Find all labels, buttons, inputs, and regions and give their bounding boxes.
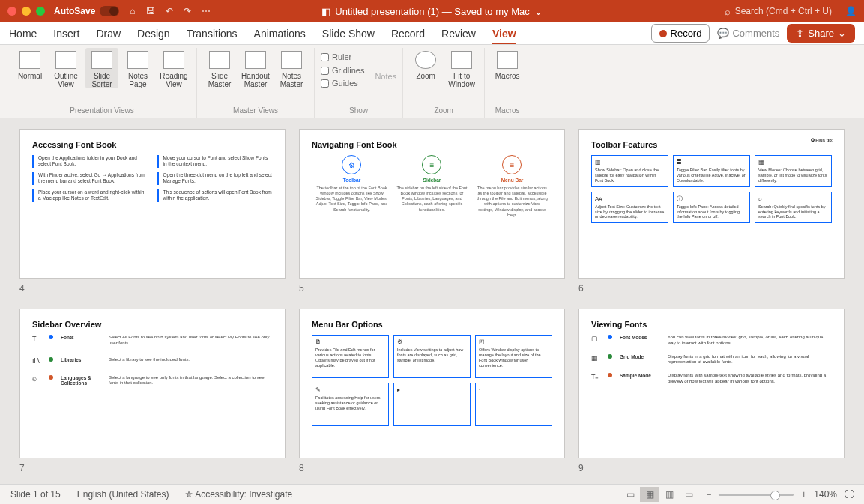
- list-item: Open the three-dot menu on the top left …: [157, 172, 274, 185]
- zoom-button[interactable]: Zoom: [409, 48, 442, 80]
- feature-icon: ▥: [595, 159, 665, 166]
- save-icon[interactable]: 🖫: [146, 6, 155, 16]
- notes-master-button[interactable]: Notes Master: [275, 48, 308, 88]
- viewing-row: T₌Sample ModeDisplay fonts with sample t…: [591, 373, 832, 385]
- macros-button[interactable]: Macros: [491, 48, 524, 80]
- list-item: Open the Applications folder in your Doc…: [32, 155, 148, 168]
- row-text: Display fonts in a grid format with an i…: [668, 354, 832, 366]
- row-icon: T: [32, 335, 41, 342]
- close-window[interactable]: [7, 7, 16, 16]
- tab-insert[interactable]: Insert: [53, 28, 79, 40]
- search-field[interactable]: ⌕ Search (Cmd + Ctrl + U): [725, 6, 832, 17]
- row-text: Select All Fonts to see both system and …: [109, 335, 273, 347]
- slide-thumb-5[interactable]: Navigating Font Book ⚙ToolbarThe toolbar…: [299, 129, 565, 294]
- ruler-checkbox[interactable]: Ruler: [321, 51, 364, 64]
- feature-icon: ≣: [677, 159, 746, 166]
- list-item: Place your cursor on a word and right-cl…: [32, 189, 148, 202]
- comment-icon: 💬: [717, 28, 729, 39]
- tab-animations[interactable]: Animations: [254, 28, 306, 40]
- row-icon: ▢: [591, 335, 600, 342]
- row-text: You can view fonts in three modes: grid,…: [668, 335, 832, 347]
- account-icon[interactable]: 👤: [845, 6, 857, 16]
- more-icon[interactable]: ⋯: [202, 6, 211, 16]
- group-label: Show: [349, 104, 368, 118]
- fit-to-window-icon[interactable]: ⛶: [845, 489, 854, 500]
- row-icon: ▦: [591, 354, 600, 362]
- tab-view[interactable]: View: [492, 28, 516, 44]
- accessibility-status[interactable]: ✮ Accessibility: Investigate: [185, 489, 292, 500]
- slide-sorter-button[interactable]: Slide Sorter: [85, 48, 118, 88]
- handout-master-button[interactable]: Handout Master: [239, 48, 272, 88]
- cell-icon: ◰: [479, 338, 549, 346]
- outline-view-button[interactable]: Outline View: [49, 48, 82, 88]
- tab-transitions[interactable]: Transitions: [187, 28, 238, 40]
- chevron-down-icon[interactable]: ⌄: [534, 6, 543, 17]
- slide-thumb-9[interactable]: Viewing Fonts ▢Font ModesYou can view fo…: [578, 309, 845, 473]
- share-button[interactable]: ⇪Share⌄: [787, 24, 855, 43]
- slide-thumb-6[interactable]: ✪ Plus tip: Toolbar Features ▥Show Sideb…: [578, 129, 845, 294]
- slide-number: 4: [19, 283, 286, 294]
- slide-thumb-4[interactable]: Accessing Font Book Open the Application…: [19, 129, 286, 294]
- tab-slide-show[interactable]: Slide Show: [322, 28, 375, 40]
- normal-view-button[interactable]: Normal: [13, 48, 46, 80]
- maximize-window[interactable]: [36, 7, 45, 16]
- doc-title-text: Untitled presentation (1) — Saved to my …: [335, 6, 529, 17]
- sorter-view-icon[interactable]: ▦: [640, 487, 659, 502]
- slide-thumb-7[interactable]: Sidebar Overview TFontsSelect All Fonts …: [19, 309, 286, 473]
- group-macros: Macros Macros: [485, 48, 530, 118]
- share-icon: ⇪: [796, 28, 804, 39]
- record-button[interactable]: Record: [651, 24, 710, 43]
- slide-title: Viewing Fonts: [591, 320, 832, 329]
- color-dot-icon: [49, 375, 53, 380]
- normal-view-icon[interactable]: ▭: [620, 487, 640, 502]
- comments-button[interactable]: 💬Comments: [717, 28, 779, 39]
- slide-number: 7: [19, 463, 286, 473]
- slide-thumb-8[interactable]: Menu Bar Options 🗎Provides File and Edit…: [299, 309, 565, 473]
- group-label: Master Views: [233, 104, 278, 118]
- document-title[interactable]: ◧ Untitled presentation (1) — Saved to m…: [321, 6, 542, 17]
- language[interactable]: English (United States): [77, 489, 169, 500]
- zoom-percent[interactable]: 140%: [814, 489, 837, 500]
- notes-button[interactable]: Notes: [375, 72, 396, 81]
- quick-access: ⌂ 🖫 ↶ ↷ ⋯: [130, 6, 210, 16]
- toggle-switch-icon[interactable]: [100, 6, 119, 16]
- feature-cell: ⓘToggle Info Pane: Access detailed infor…: [673, 192, 750, 224]
- gridlines-checkbox[interactable]: Gridlines: [321, 64, 364, 78]
- menu-cell: 🗎Provides File and Edit menus for variou…: [312, 335, 389, 378]
- slide-sorter-canvas[interactable]: Accessing Font Book Open the Application…: [0, 118, 864, 484]
- home-icon[interactable]: ⌂: [130, 6, 135, 16]
- guides-checkbox[interactable]: Guides: [321, 77, 364, 91]
- row-label: Sample Mode: [620, 373, 660, 378]
- zoom-in-button[interactable]: +: [801, 489, 806, 500]
- reading-view-button[interactable]: Reading View: [157, 48, 190, 88]
- tab-record[interactable]: Record: [391, 28, 425, 40]
- slide-title: Sidebar Overview: [32, 320, 273, 329]
- tab-draw[interactable]: Draw: [96, 28, 121, 40]
- slideshow-view-icon[interactable]: ▭: [679, 487, 698, 502]
- zoom-out-button[interactable]: −: [706, 489, 711, 500]
- color-dot-icon: [608, 335, 612, 339]
- slide-number: 8: [299, 463, 565, 473]
- cell-icon: ▸: [397, 386, 467, 394]
- tab-review[interactable]: Review: [441, 28, 476, 40]
- undo-icon[interactable]: ↶: [166, 6, 173, 16]
- redo-icon[interactable]: ↷: [184, 6, 191, 16]
- slide-number: 6: [578, 283, 845, 294]
- row-label: Grid Mode: [620, 354, 660, 359]
- slide-master-button[interactable]: Slide Master: [203, 48, 236, 88]
- slide-title: Accessing Font Book: [32, 140, 273, 149]
- autosave-toggle[interactable]: AutoSave: [54, 6, 119, 16]
- feature-cell: AᴀAdjust Text Size: Customize the text s…: [591, 192, 668, 224]
- minimize-window[interactable]: [22, 7, 31, 16]
- tab-design[interactable]: Design: [137, 28, 170, 40]
- slide-count[interactable]: Slide 1 of 15: [10, 489, 61, 500]
- powerpoint-icon: ◧: [321, 6, 330, 17]
- tab-home[interactable]: Home: [9, 28, 37, 40]
- zoom-slider[interactable]: [719, 494, 794, 496]
- color-dot-icon: [49, 357, 53, 362]
- cell-icon: ·: [479, 386, 549, 394]
- reading-view-icon[interactable]: ▥: [659, 487, 679, 502]
- fit-window-button[interactable]: Fit to Window: [445, 48, 478, 88]
- notes-page-button[interactable]: Notes Page: [121, 48, 154, 88]
- row-text: Select a library to see the included fon…: [109, 357, 273, 363]
